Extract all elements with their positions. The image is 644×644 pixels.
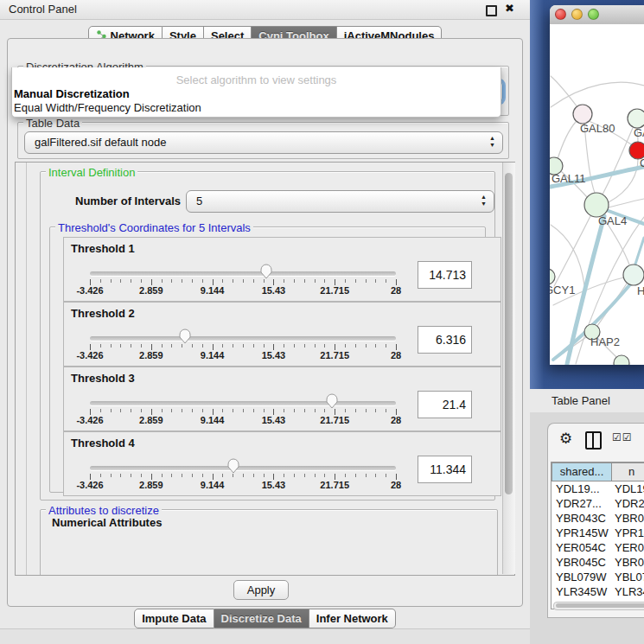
table-row[interactable]: YBL079WYBL079W	[552, 570, 644, 584]
tick-mark	[243, 409, 244, 412]
network-edge[interactable]	[609, 199, 644, 207]
threshold-slider[interactable]: -3.4262.8599.14415.4321.71528	[90, 367, 396, 430]
num-intervals-combobox[interactable]: 5 ▲▼	[186, 190, 494, 213]
tick-mark	[355, 474, 356, 477]
combo-value: 5	[196, 194, 202, 207]
tick-mark	[202, 474, 203, 477]
slider-thumb[interactable]	[325, 392, 339, 410]
network-edge[interactable]	[551, 76, 577, 107]
close-icon[interactable]: ✖	[505, 2, 514, 15]
slider-thumb[interactable]	[178, 328, 192, 345]
network-edge[interactable]	[603, 128, 633, 194]
threshold-slider[interactable]: -3.4262.8599.14415.4321.71528	[90, 303, 396, 366]
table-panel-titlebar[interactable]: Table Panel	[530, 389, 644, 412]
group-title: Interval Definition	[46, 166, 137, 179]
slider-track[interactable]	[90, 336, 396, 341]
close-window-icon[interactable]	[555, 9, 566, 20]
threshold-value-field[interactable]: 6.316	[418, 326, 472, 354]
slider-track[interactable]	[90, 466, 396, 470]
tick-mark	[253, 279, 254, 283]
table-row[interactable]: YBR043CYBR043C	[552, 511, 644, 526]
tick-mark	[284, 409, 284, 412]
tick-mark	[162, 474, 163, 477]
network-node[interactable]	[550, 269, 555, 284]
scrollbar-thumb[interactable]	[505, 173, 513, 494]
network-edge[interactable]	[634, 238, 644, 267]
column-header-shared-name[interactable]: shared...	[552, 462, 612, 481]
tick-mark	[243, 279, 244, 283]
threshold-value-field[interactable]: 11.344	[418, 456, 472, 483]
slider-thumb[interactable]	[226, 457, 240, 475]
network-edge[interactable]	[551, 225, 584, 285]
table-row[interactable]: YDR27...YDR27...	[552, 496, 644, 511]
tab-discretize-data[interactable]: Discretize Data	[214, 609, 309, 628]
network-node[interactable]	[584, 193, 609, 217]
tick-mark	[111, 279, 112, 283]
algorithm-dropdown-popup: Select algorithm to view settings Manual…	[11, 67, 501, 118]
tick-mark	[345, 279, 346, 283]
network-node[interactable]	[623, 265, 644, 285]
tick-mark	[151, 279, 152, 285]
table-horizontal-scrollbar[interactable]	[553, 602, 644, 610]
dropdown-item-equal-width[interactable]: Equal Width/Frequency Discretization	[14, 101, 201, 114]
network-edge[interactable]	[554, 216, 590, 286]
network-edge[interactable]	[609, 159, 638, 202]
threshold-value-field[interactable]: 14.713	[418, 261, 472, 289]
threshold-slider[interactable]: -3.4262.8599.14415.4321.71528	[90, 238, 396, 301]
checkbox-icons[interactable]: ☑☑	[612, 431, 633, 443]
tick-mark	[324, 409, 325, 412]
combo-arrows-icon: ▲▼	[489, 135, 495, 149]
network-edge[interactable]	[558, 122, 576, 159]
viewport-scrollbar[interactable]	[502, 163, 515, 574]
gear-icon[interactable]: ⚙	[559, 430, 572, 448]
slider-track[interactable]	[90, 271, 396, 276]
table-row[interactable]: YER054CYER054C	[552, 540, 644, 555]
tab-impute-data[interactable]: Impute Data	[134, 609, 214, 628]
network-canvas[interactable]: GAL80GACGAL11GAL4GCY1HHAP2	[550, 24, 644, 365]
tick-mark	[396, 409, 397, 415]
tick-mark	[324, 279, 325, 283]
table-panel-card: ⚙ ☑☑ shared... n YDL19...YDL19...YDR27..…	[547, 423, 644, 618]
table-row[interactable]: YLR345WYLR345W	[552, 584, 644, 599]
table-row[interactable]: YBR045CYBR045C	[552, 555, 644, 570]
combo-value: galFiltered.sif default node	[35, 136, 166, 149]
tick-mark	[151, 474, 152, 480]
slider-track[interactable]	[90, 401, 396, 405]
scrollbar-thumb[interactable]	[556, 603, 644, 608]
tick-label: 15.43	[262, 480, 286, 490]
tick-mark	[233, 344, 233, 348]
table-row[interactable]: YDL19...YDL19...	[552, 481, 644, 496]
table-cell: YDL19...	[556, 481, 613, 496]
network-node[interactable]	[628, 109, 644, 128]
tick-mark	[253, 474, 254, 477]
float-window-icon[interactable]	[486, 5, 497, 16]
tick-mark	[192, 344, 193, 348]
table-row[interactable]: YPR145WYPR145W	[552, 526, 644, 540]
network-edge[interactable]	[551, 82, 644, 107]
slider-thumb[interactable]	[259, 263, 273, 280]
threshold-slider[interactable]: -3.4262.8599.14415.4321.71528	[90, 432, 396, 495]
tick-label: 9.144	[201, 285, 225, 296]
tick-mark	[90, 279, 91, 285]
tick-mark	[315, 474, 316, 477]
zoom-window-icon[interactable]	[588, 9, 599, 20]
tick-mark	[264, 279, 265, 283]
table-cell: YER054C	[615, 540, 644, 555]
table-data-combobox[interactable]: galFiltered.sif default node ▲▼	[24, 131, 503, 154]
threshold-row: Threshold 4 -3.4262.8599.14415.4321.7152…	[63, 431, 501, 496]
tick-mark	[375, 409, 376, 412]
tab-infer-network[interactable]: Infer Network	[309, 609, 396, 628]
minimize-window-icon[interactable]	[571, 9, 583, 20]
network-window-titlebar[interactable]	[550, 5, 644, 25]
threshold-value-field[interactable]: 21.4	[418, 391, 472, 418]
tick-mark	[345, 474, 346, 477]
column-layout-icon[interactable]	[585, 431, 602, 450]
tick-mark	[253, 409, 254, 412]
tick-mark	[273, 279, 274, 285]
network-node[interactable]	[573, 105, 592, 124]
network-view-window: GAL80GACGAL11GAL4GCY1HHAP2	[550, 5, 644, 365]
dropdown-item-manual[interactable]: Manual Discretization	[14, 87, 130, 100]
column-header-name[interactable]: n	[611, 462, 644, 481]
apply-button[interactable]: Apply	[233, 580, 289, 600]
group-title: Table Data	[23, 117, 82, 130]
